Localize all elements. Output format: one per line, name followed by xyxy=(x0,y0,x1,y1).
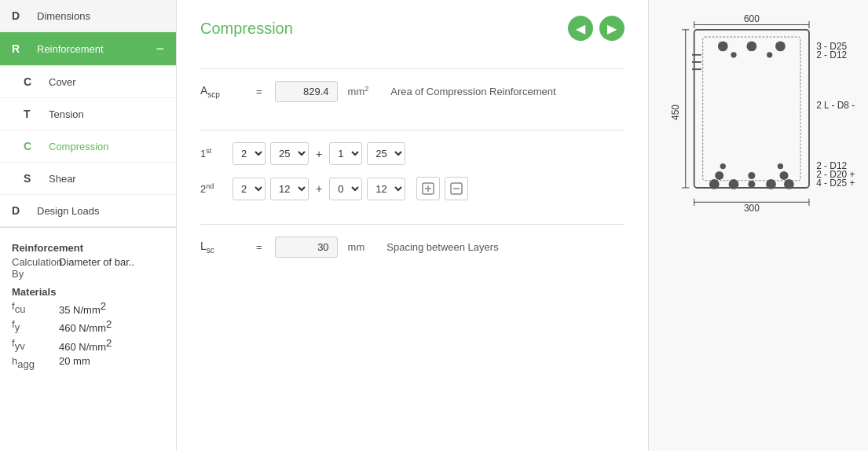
layer-2-qty2-select[interactable]: 0 1 2 xyxy=(329,178,362,200)
fcu-value: 35 N/mm2 xyxy=(59,300,106,316)
top-bar-label-2: 2 - D12 xyxy=(816,50,847,60)
spacing-label: Lsc xyxy=(200,240,244,255)
links-label: 2 L - D8 - 200 xyxy=(816,100,857,111)
sidebar-label-dimensions: Dimensions xyxy=(37,10,164,22)
divider-2 xyxy=(200,130,624,130)
equals-sign-1: = xyxy=(256,86,262,97)
fy-value: 460 N/mm2 xyxy=(59,318,112,334)
bar-bot-4 xyxy=(748,172,755,179)
layer-1-qty1-select[interactable]: 2 1 3 4 xyxy=(233,142,266,165)
nav-back-button[interactable]: ◀ xyxy=(568,16,593,41)
svg-rect-8 xyxy=(694,30,808,188)
layer-1-row: 1st 2 1 3 4 25 12 16 20 + 1 0 2 25 12 16 xyxy=(200,142,624,165)
hagg-value: 20 mm xyxy=(59,355,90,370)
layer-1-qty2-select[interactable]: 1 0 2 xyxy=(329,142,362,165)
calc-by-row: Calculation By Diameter of bar.. xyxy=(12,256,164,280)
layer-2-row: 2nd 2 1 3 12 25 16 + 0 1 2 12 25 16 xyxy=(200,177,624,200)
bar-top-3 xyxy=(775,41,786,51)
area-row: Ascp = mm2 Area of Compression Reinforce… xyxy=(200,81,624,102)
bar-bot-1 xyxy=(720,163,725,169)
material-hagg-row: hagg 20 mm xyxy=(12,355,164,370)
sidebar-label-design-loads: Design Loads xyxy=(37,205,164,217)
layer-1-bar2-select[interactable]: 25 12 16 xyxy=(367,142,405,165)
remove-icon xyxy=(450,182,463,195)
fyv-label: fyv xyxy=(12,337,59,353)
spacing-value-input[interactable] xyxy=(275,236,338,258)
material-fyv-row: fyv 460 N/mm2 xyxy=(12,337,164,353)
divider-3 xyxy=(200,224,624,225)
area-unit: mm2 xyxy=(348,85,369,97)
width-label: 600 xyxy=(743,13,759,24)
bar-bot-2 xyxy=(777,163,782,169)
layer-1-label: 1st xyxy=(200,147,228,160)
bar-bot-3 xyxy=(715,171,723,180)
sidebar-item-dimensions[interactable]: D Dimensions xyxy=(0,0,176,32)
area-description: Area of Compression Reinforcement xyxy=(390,86,555,97)
sidebar-item-cover[interactable]: C Cover xyxy=(0,66,176,98)
spacing-row: Lsc = mm Spacing between Layers xyxy=(200,236,624,258)
sidebar-letter-d2: D xyxy=(12,204,29,217)
plus-sign-1: + xyxy=(316,148,322,160)
bar-top-1 xyxy=(717,41,727,51)
fyv-value: 460 N/mm2 xyxy=(59,337,112,353)
section-diagram: 600 450 300 3 - D25 2 - D12 2 L - D8 - 2… xyxy=(661,12,857,263)
layer-2-qty1-select[interactable]: 2 1 3 xyxy=(233,178,266,200)
bar-bot-7 xyxy=(728,179,738,189)
reinforcement-section-label: Reinforcement xyxy=(12,242,164,254)
hagg-label: hagg xyxy=(12,355,59,370)
bar-bot-8 xyxy=(748,181,755,188)
bar-top-2 xyxy=(746,41,756,51)
sidebar-letter-c2: C xyxy=(24,140,41,152)
height-label: 450 xyxy=(669,104,680,120)
bar-bot-10 xyxy=(784,179,794,189)
material-fcu-row: fcu 35 N/mm2 xyxy=(12,300,164,316)
equals-sign-2: = xyxy=(256,241,262,253)
layer-2-label: 2nd xyxy=(200,182,228,195)
fy-label: fy xyxy=(12,318,59,334)
svg-rect-18 xyxy=(702,37,800,181)
main-header: Compression ◀ ▶ xyxy=(200,16,624,41)
sidebar-label-reinforcement: Reinforcement xyxy=(37,43,156,55)
nav-forward-button[interactable]: ▶ xyxy=(599,16,624,41)
layer-1-bar1-select[interactable]: 25 12 16 20 xyxy=(270,142,309,165)
sidebar-item-compression[interactable]: C Compression xyxy=(0,130,176,163)
sidebar-letter-d: D xyxy=(12,9,29,22)
sidebar-item-tension[interactable]: T Tension xyxy=(0,98,176,130)
sidebar-label-tension: Tension xyxy=(49,108,164,120)
collapse-icon: − xyxy=(156,42,164,56)
material-fy-row: fy 460 N/mm2 xyxy=(12,318,164,334)
spacing-unit: mm xyxy=(348,241,365,253)
layer-2-bar1-select[interactable]: 12 25 16 xyxy=(270,178,309,200)
bar-bot-6 xyxy=(709,179,719,189)
remove-layer-button[interactable] xyxy=(445,177,468,200)
sidebar-letter-t: T xyxy=(24,108,41,120)
diagram-panel: 600 450 300 3 - D25 2 - D12 2 L - D8 - 2… xyxy=(648,0,868,451)
sidebar-letter-s: S xyxy=(24,172,41,185)
materials-section-label: Materials xyxy=(12,286,164,298)
fcu-label: fcu xyxy=(12,300,59,316)
area-value-input[interactable] xyxy=(275,81,338,102)
sidebar-info: Reinforcement Calculation By Diameter of… xyxy=(0,227,176,380)
sidebar-item-design-loads[interactable]: D Design Loads xyxy=(0,195,176,227)
calc-by-value: Diameter of bar.. xyxy=(59,256,134,280)
add-layer-button[interactable] xyxy=(416,177,440,200)
add-icon xyxy=(422,182,434,195)
bar-top-5 xyxy=(767,52,772,57)
page-title: Compression xyxy=(200,20,568,38)
sidebar-letter-r: R xyxy=(12,42,29,55)
nav-buttons: ◀ ▶ xyxy=(568,16,624,41)
bottom-bar-label-3: 4 - D25 + 1 - D16 xyxy=(816,178,857,189)
bar-bot-5 xyxy=(779,171,788,180)
area-label: Ascp xyxy=(200,84,244,99)
layer-2-bar2-select[interactable]: 12 25 16 xyxy=(367,178,405,200)
sidebar-item-reinforcement[interactable]: R Reinforcement − xyxy=(0,32,176,66)
sidebar-label-shear: Shear xyxy=(49,173,164,185)
spacing-description: Spacing between Layers xyxy=(386,241,498,253)
sidebar-label-compression: Compression xyxy=(49,141,164,152)
plus-sign-2: + xyxy=(316,182,322,195)
sidebar-item-shear[interactable]: S Shear xyxy=(0,163,176,195)
sidebar-label-cover: Cover xyxy=(49,76,164,88)
main-content: Compression ◀ ▶ Ascp = mm2 Area of Compr… xyxy=(177,0,648,451)
divider-1 xyxy=(200,68,624,69)
calc-by-key: Calculation By xyxy=(12,256,59,280)
